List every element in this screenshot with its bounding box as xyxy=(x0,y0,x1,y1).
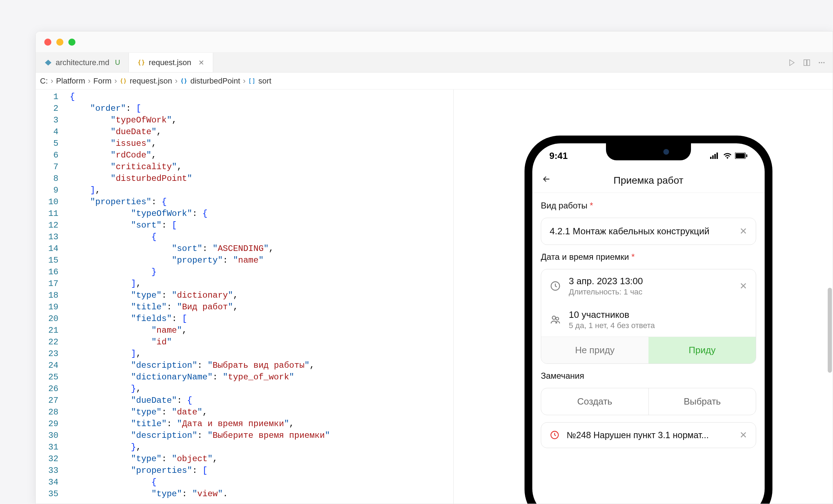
maximize-window-button[interactable] xyxy=(68,39,75,46)
close-window-button[interactable] xyxy=(44,39,51,46)
participants-row[interactable]: 10 участников 5 да, 1 нет, 4 без ответа xyxy=(541,303,756,337)
breadcrumb-seg: Form xyxy=(94,76,112,86)
editor-split: 1{2 "order": [3 "typeOfWork",4 "dueDate"… xyxy=(36,90,833,504)
code-line[interactable]: 11 "typeOfWork": { xyxy=(36,208,453,219)
code-line[interactable]: 15 "property": "name" xyxy=(36,254,453,266)
svg-rect-11 xyxy=(736,153,745,158)
code-line[interactable]: 29 "title": "Дата и время приемки", xyxy=(36,418,453,430)
work-type-select[interactable]: 4.2.1 Монтаж кабельных конструкций ✕ xyxy=(541,218,756,245)
line-number: 7 xyxy=(36,161,70,173)
line-number: 9 xyxy=(36,184,70,196)
code-text: "description": "Выберите время приемки" xyxy=(70,430,330,441)
svg-point-4 xyxy=(821,62,822,63)
datetime-row[interactable]: 3 апр. 2023 13:00 Длительность: 1 час ✕ xyxy=(541,269,756,303)
phone-mock: 9:41 xyxy=(525,136,772,504)
code-text: "name", xyxy=(70,325,187,336)
code-line[interactable]: 12 "sort": [ xyxy=(36,219,453,231)
battery-icon xyxy=(735,150,748,161)
more-actions-icon[interactable] xyxy=(818,59,826,67)
code-line[interactable]: 21 "name", xyxy=(36,325,453,336)
scrollbar-thumb[interactable] xyxy=(828,288,832,373)
clock-icon xyxy=(550,280,562,292)
code-line[interactable]: 4 "dueDate", xyxy=(36,126,453,138)
run-icon[interactable] xyxy=(788,59,796,67)
code-line[interactable]: 14 "sort": "ASCENDING", xyxy=(36,243,453,254)
line-number: 18 xyxy=(36,290,70,301)
breadcrumb-bar[interactable]: C: › Platform › Form › request.json › di… xyxy=(36,73,833,90)
clear-icon[interactable]: ✕ xyxy=(740,226,747,237)
code-line[interactable]: 13 { xyxy=(36,231,453,243)
svg-rect-2 xyxy=(807,59,810,65)
line-number: 10 xyxy=(36,196,70,208)
code-line[interactable]: 34 { xyxy=(36,476,453,488)
app-header: Приемка работ xyxy=(532,168,765,193)
issue-item[interactable]: №248 Нарушен пункт 3.1 нормат... ✕ xyxy=(541,422,756,448)
code-line[interactable]: 19 "title": "Вид работ", xyxy=(36,301,453,313)
choose-button[interactable]: Выбрать xyxy=(649,388,756,415)
line-number: 8 xyxy=(36,173,70,184)
code-line[interactable]: 2 "order": [ xyxy=(36,103,453,114)
code-line[interactable]: 6 "rdCode", xyxy=(36,149,453,161)
code-line[interactable]: 10 "properties": { xyxy=(36,196,453,208)
code-line[interactable]: 16 } xyxy=(36,266,453,278)
symbol-object-icon xyxy=(180,78,187,85)
svg-point-15 xyxy=(556,317,559,320)
code-line[interactable]: 8 "disturbedPoint" xyxy=(36,173,453,184)
phone-screen: 9:41 xyxy=(532,143,765,504)
close-tab-icon[interactable]: ✕ xyxy=(198,58,204,67)
code-line[interactable]: 35 "type": "view". xyxy=(36,488,453,500)
code-line[interactable]: 9 ], xyxy=(36,184,453,196)
required-star: * xyxy=(631,252,635,262)
wifi-icon xyxy=(723,150,732,161)
code-line[interactable]: 20 "fields": [ xyxy=(36,313,453,325)
code-text: "type": "dictionary", xyxy=(70,290,238,301)
breadcrumb-separator: › xyxy=(243,76,245,86)
code-text: "sort": [ xyxy=(70,219,177,231)
accept-button[interactable]: Приду xyxy=(648,337,756,363)
code-line[interactable]: 31 }, xyxy=(36,441,453,453)
tab-architecture[interactable]: architecture.md U xyxy=(36,53,129,72)
clear-icon[interactable]: ✕ xyxy=(740,281,747,292)
code-line[interactable]: 22 "id" xyxy=(36,336,453,348)
code-line[interactable]: 1{ xyxy=(36,91,453,103)
code-text: "properties": { xyxy=(70,196,167,208)
code-text: "dueDate": { xyxy=(70,395,192,406)
decline-button[interactable]: Не приду xyxy=(541,337,648,363)
code-line[interactable]: 18 "type": "dictionary", xyxy=(36,290,453,301)
code-line[interactable]: 23 ], xyxy=(36,348,453,360)
line-number: 6 xyxy=(36,149,70,161)
tab-request-json[interactable]: request.json ✕ xyxy=(129,53,213,72)
code-line[interactable]: 24 "description": "Выбрать вид работы", xyxy=(36,360,453,371)
code-text: "disturbedPoint" xyxy=(70,173,192,184)
code-line[interactable]: 30 "description": "Выберите время приемк… xyxy=(36,430,453,441)
breadcrumb-file: request.json xyxy=(130,76,172,86)
code-text: "type": "view". xyxy=(70,488,228,500)
signal-icon xyxy=(710,150,720,161)
code-line[interactable]: 26 }, xyxy=(36,383,453,395)
code-line[interactable]: 5 "issues", xyxy=(36,138,453,149)
code-line[interactable]: 28 "type": "date", xyxy=(36,406,453,418)
svg-rect-1 xyxy=(804,59,806,65)
breadcrumb-symbol: sort xyxy=(258,76,271,86)
remove-issue-icon[interactable]: ✕ xyxy=(740,430,747,441)
code-text: "issues", xyxy=(70,138,157,149)
line-number: 26 xyxy=(36,383,70,395)
field-label-work: Вид работы * xyxy=(541,201,756,211)
code-line[interactable]: 17 ], xyxy=(36,278,453,290)
code-line[interactable]: 3 "typeOfWork", xyxy=(36,114,453,126)
code-line[interactable]: 25 "dictionaryName": "type_of_work" xyxy=(36,371,453,383)
issue-text: №248 Нарушен пункт 3.1 нормат... xyxy=(567,430,733,440)
code-text: "id" xyxy=(70,336,172,348)
preview-pane: 9:41 xyxy=(454,90,833,504)
code-editor[interactable]: 1{2 "order": [3 "typeOfWork",4 "dueDate"… xyxy=(36,90,454,504)
code-line[interactable]: 33 "properties": [ xyxy=(36,465,453,476)
back-button[interactable] xyxy=(542,174,551,187)
code-line[interactable]: 27 "dueDate": { xyxy=(36,395,453,406)
compare-icon[interactable] xyxy=(803,59,811,67)
code-line[interactable]: 32 "type": "object", xyxy=(36,453,453,465)
code-text: "type": "date", xyxy=(70,406,208,418)
minimize-window-button[interactable] xyxy=(56,39,63,46)
create-button[interactable]: Создать xyxy=(541,388,649,415)
svg-rect-7 xyxy=(712,155,714,159)
code-line[interactable]: 7 "criticality", xyxy=(36,161,453,173)
